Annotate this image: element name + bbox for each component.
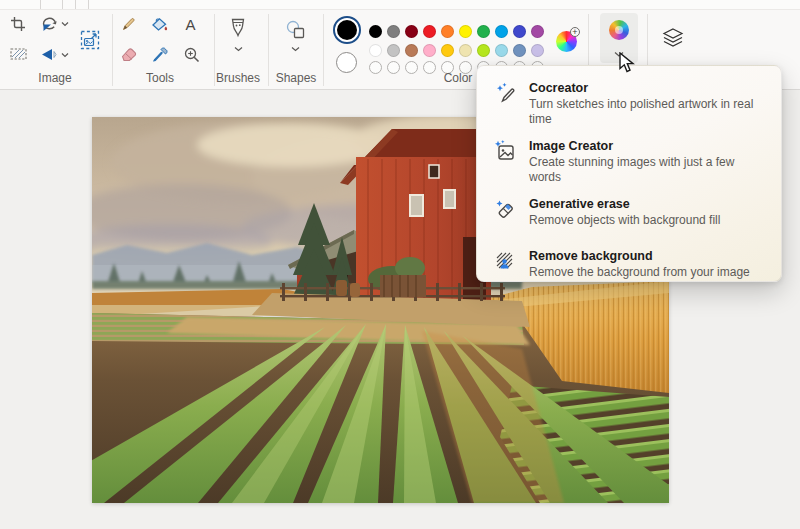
custom-color-slot[interactable] xyxy=(369,61,382,74)
chevron-down-icon[interactable] xyxy=(291,46,300,52)
color-swatch[interactable] xyxy=(405,25,418,38)
cocreator-icon xyxy=(493,81,517,109)
group-label-image: Image xyxy=(20,71,90,85)
group-label-tools: Tools xyxy=(125,71,195,85)
add-color-badge: + xyxy=(570,27,580,37)
color-swatch[interactable] xyxy=(423,25,436,38)
copilot-icon xyxy=(609,20,629,40)
chevron-down-icon[interactable] xyxy=(61,21,69,27)
eraser-icon[interactable] xyxy=(120,47,138,62)
custom-color-slot[interactable] xyxy=(405,61,418,74)
brushes-icon[interactable] xyxy=(229,18,247,40)
layers-button[interactable] xyxy=(652,13,694,63)
color-swatch[interactable] xyxy=(441,44,454,57)
menu-item-image-creator[interactable]: Image Creator Create stunning images wit… xyxy=(483,134,775,185)
copilot-menu: Cocreator Turn sketches into polished ar… xyxy=(476,65,782,282)
color-swatch[interactable] xyxy=(459,25,472,38)
color-swatch[interactable] xyxy=(531,25,544,38)
menu-item-title: Cocreator xyxy=(529,80,767,96)
color-swatch[interactable] xyxy=(513,44,526,57)
menu-item-generative-erase[interactable]: Generative erase Remove objects with bac… xyxy=(483,192,775,237)
paint-window: Image A Tools xyxy=(0,0,800,529)
color-swatch[interactable] xyxy=(495,25,508,38)
color-swatch[interactable] xyxy=(513,25,526,38)
color-swatch[interactable] xyxy=(405,44,418,57)
chevron-down-icon[interactable] xyxy=(234,46,243,52)
remove-background-icon xyxy=(493,249,517,277)
color-picker-icon[interactable] xyxy=(152,46,168,63)
color-swatch[interactable] xyxy=(369,44,382,57)
menu-item-description: Turn sketches into polished artwork in r… xyxy=(529,97,767,127)
custom-color-slot[interactable] xyxy=(387,61,400,74)
color-swatch[interactable] xyxy=(477,25,490,38)
flip-icon[interactable] xyxy=(41,48,57,61)
color-swatch[interactable] xyxy=(441,25,454,38)
color-swatch[interactable] xyxy=(459,44,472,57)
color-swatch[interactable] xyxy=(369,25,382,38)
menu-item-title: Image Creator xyxy=(529,138,767,154)
color-swatch[interactable] xyxy=(531,44,544,57)
chevron-down-icon[interactable] xyxy=(61,52,69,58)
generative-erase-icon xyxy=(493,197,517,225)
menu-item-description: Create stunning images with just a few w… xyxy=(529,155,767,185)
pencil-icon[interactable] xyxy=(121,16,137,32)
color-swatch[interactable] xyxy=(387,44,400,57)
svg-text:A: A xyxy=(185,16,195,32)
color-swatch[interactable] xyxy=(423,44,436,57)
color-swatch[interactable] xyxy=(495,44,508,57)
shapes-icon[interactable] xyxy=(286,20,305,39)
palette-row-2 xyxy=(369,44,544,57)
image-creator-icon xyxy=(493,139,517,167)
color-swatch[interactable] xyxy=(387,25,400,38)
menu-item-title: Generative erase xyxy=(529,196,720,212)
mouse-cursor xyxy=(619,52,637,74)
resize-icon[interactable] xyxy=(80,30,100,50)
menu-item-remove-background[interactable]: Remove background Remove the background … xyxy=(483,244,775,289)
text-icon[interactable]: A xyxy=(183,16,198,32)
menu-item-description: Remove objects with background fill xyxy=(529,213,720,228)
menubar-edge xyxy=(0,0,800,10)
select-icon[interactable] xyxy=(10,47,27,61)
color-swatch[interactable] xyxy=(477,44,490,57)
magnifier-icon[interactable] xyxy=(184,47,200,63)
color-1-selected[interactable] xyxy=(333,16,361,44)
menu-item-cocreator[interactable]: Cocreator Turn sketches into polished ar… xyxy=(483,76,775,127)
layers-icon xyxy=(662,28,684,48)
fill-with-color-icon[interactable] xyxy=(151,17,169,33)
crop-icon[interactable] xyxy=(10,16,26,32)
menu-item-title: Remove background xyxy=(529,248,750,264)
rotate-icon[interactable] xyxy=(41,17,58,32)
palette-row-1 xyxy=(369,25,544,38)
group-separator xyxy=(112,14,113,86)
color-2[interactable] xyxy=(336,52,357,73)
menu-item-description: Remove the background from your image xyxy=(529,265,750,280)
group-label-shapes: Shapes xyxy=(261,71,331,85)
color-1-swatch xyxy=(337,20,357,40)
